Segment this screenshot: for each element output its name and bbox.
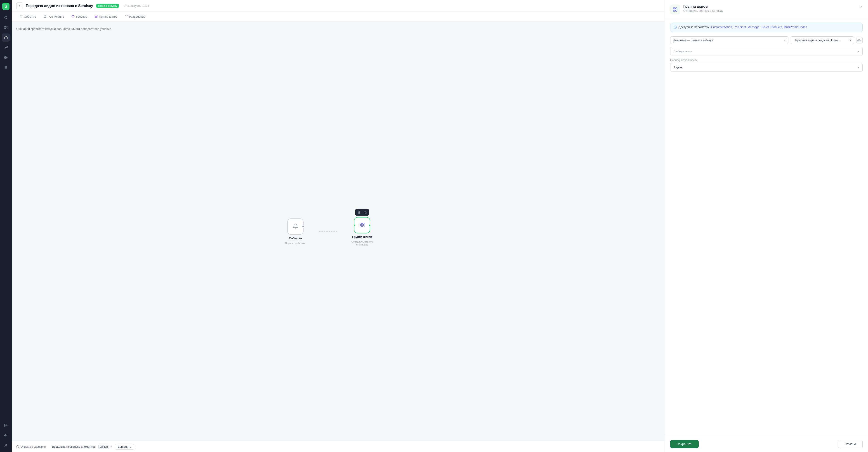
flow-connector	[319, 231, 337, 232]
node-out-dot	[302, 226, 304, 228]
svg-rect-32	[676, 8, 677, 9]
tab-condition[interactable]: Условие	[68, 13, 90, 20]
eye-button[interactable]: ▾	[856, 37, 863, 44]
panel-close-button[interactable]: ×	[858, 4, 864, 10]
sidebar-item-sliders[interactable]	[2, 63, 10, 72]
svg-rect-21	[95, 17, 96, 18]
period-arrow: ▾	[858, 65, 859, 69]
svg-point-0	[4, 16, 7, 19]
param-link-message[interactable]: Message	[747, 25, 760, 29]
event-node[interactable]: Событие Выдано действие	[285, 219, 306, 245]
event-node-box[interactable]	[287, 219, 304, 235]
svg-point-13	[5, 444, 6, 445]
canvas-wrapper: Сценарий сработает каждый раз, когда кли…	[12, 22, 664, 452]
event-node-sublabel: Выдано действие	[285, 242, 306, 245]
select-button[interactable]: Выделить	[115, 444, 134, 450]
copy-node-button[interactable]	[363, 210, 368, 215]
action-type-select[interactable]: Действие — Вызвать веб-хук ×	[670, 36, 788, 44]
topbar: Передача лидов из попапа в Sendsay Готов…	[12, 0, 664, 12]
tab-event[interactable]: Событие	[16, 13, 39, 20]
svg-rect-24	[360, 223, 362, 224]
save-button[interactable]: Сохранить	[670, 440, 699, 448]
sidebar-item-briefcase[interactable]	[2, 33, 10, 41]
tab-group[interactable]: Группа шагов	[91, 13, 121, 20]
logo-icon: S	[4, 4, 7, 9]
panel-header: Группа шагов Отправить веб-хук в Sendsay…	[665, 0, 868, 18]
svg-rect-31	[673, 8, 675, 9]
sidebar-item-globe[interactable]	[2, 53, 10, 61]
panel-footer: Сохранить Отмена	[665, 436, 868, 452]
svg-point-38	[859, 40, 860, 41]
status-badge: Готов к запуску	[96, 4, 119, 8]
tab-schedule-label: Расписание	[48, 15, 64, 18]
type-form-group: Выберите тип ▾	[670, 47, 863, 55]
svg-rect-34	[676, 10, 677, 11]
svg-rect-22	[96, 17, 97, 18]
sidebar-item-search[interactable]	[2, 13, 10, 22]
sidebar-item-lightning[interactable]	[2, 431, 10, 439]
calendar-icon	[43, 15, 46, 19]
canvas-subtitle: Сценарий сработает каждый раз, когда кли…	[16, 27, 111, 31]
svg-rect-3	[4, 28, 6, 29]
node-in-dot	[353, 224, 355, 226]
action-type-label: Действие — Вызвать веб-хук	[673, 38, 713, 42]
date-text: 31 августа, 10:34	[127, 4, 149, 7]
param-link-customeraction[interactable]: CustomerAction	[711, 25, 732, 29]
canvas-area[interactable]: Сценарий сработает каждый раз, когда кли…	[12, 22, 664, 441]
right-panel: Группа шагов Отправить веб-хук в Sendsay…	[664, 0, 868, 452]
sidebar-item-layers[interactable]	[2, 24, 10, 32]
group-node-box[interactable]	[354, 217, 370, 233]
topbar-date: 31 августа, 10:34	[124, 4, 149, 7]
svg-rect-19	[95, 15, 96, 16]
tab-condition-label: Условие	[76, 15, 87, 18]
tab-event-label: Событие	[24, 15, 36, 18]
bell-node-icon	[292, 223, 298, 230]
type-select[interactable]: Выберите тип ▾	[670, 47, 863, 55]
tab-split[interactable]: Разделение	[121, 13, 149, 20]
group-node-sublabel: Отправить веб-хук в Sendsay	[351, 241, 373, 246]
svg-rect-25	[363, 223, 364, 224]
info-banner: Доступные параметры: CustomerAction, Rec…	[670, 23, 863, 32]
node-out-dot-2	[369, 224, 371, 226]
svg-rect-26	[360, 225, 362, 227]
panel-header-icon	[670, 4, 680, 15]
tab-group-label: Группа шагов	[99, 15, 117, 18]
param-link-recipient[interactable]: Recipient	[734, 25, 746, 29]
period-label: Период актуальности	[670, 59, 863, 62]
svg-marker-18	[72, 15, 74, 18]
sidebar-item-user[interactable]	[2, 441, 10, 449]
node-actions	[355, 209, 369, 216]
group-node[interactable]: Группа шагов Отправить веб-хук в Sendsay	[351, 217, 373, 246]
svg-rect-14	[44, 15, 46, 18]
tab-split-label: Разделение	[129, 15, 145, 18]
svg-marker-12	[4, 434, 7, 436]
bottombar-shortcut: Option +	[98, 445, 112, 449]
option-key: Option	[98, 445, 110, 449]
group-icon	[94, 15, 98, 19]
action-clear-button[interactable]: ×	[784, 38, 785, 42]
flow-container: Событие Выдано действие	[285, 217, 373, 246]
group-node-icon	[359, 222, 365, 228]
tab-schedule[interactable]: Расписание	[40, 13, 67, 20]
action-name-select[interactable]: Передача лида в сендсей Попан... ▾	[791, 36, 854, 44]
back-button[interactable]	[16, 2, 23, 9]
cancel-button[interactable]: Отмена	[838, 440, 863, 448]
sidebar-item-chart[interactable]	[2, 44, 10, 52]
action-name-arrow: ▾	[849, 38, 851, 42]
panel-title: Группа шагов	[683, 4, 723, 8]
diamond-icon	[71, 15, 74, 19]
param-link-multipromo[interactable]: MultiPromoCodes.	[784, 25, 808, 29]
sidebar-logo[interactable]: S	[2, 3, 9, 10]
panel-header-text: Группа шагов Отправить веб-хук в Sendsay	[683, 4, 723, 12]
period-select[interactable]: 1 день ▾	[670, 63, 863, 72]
info-banner-text: Доступные параметры: CustomerAction, Rec…	[679, 25, 808, 29]
delete-node-button[interactable]	[357, 210, 362, 215]
split-icon	[125, 15, 128, 19]
param-link-products[interactable]: Products	[770, 25, 782, 29]
sidebar-item-logout[interactable]	[2, 421, 10, 429]
bottombar-info-text: Описание сценария	[21, 445, 46, 448]
svg-rect-2	[6, 26, 7, 27]
svg-rect-33	[673, 10, 675, 11]
param-link-ticket[interactable]: Ticket	[761, 25, 769, 29]
bottombar-info: Описание сценария	[16, 445, 46, 448]
